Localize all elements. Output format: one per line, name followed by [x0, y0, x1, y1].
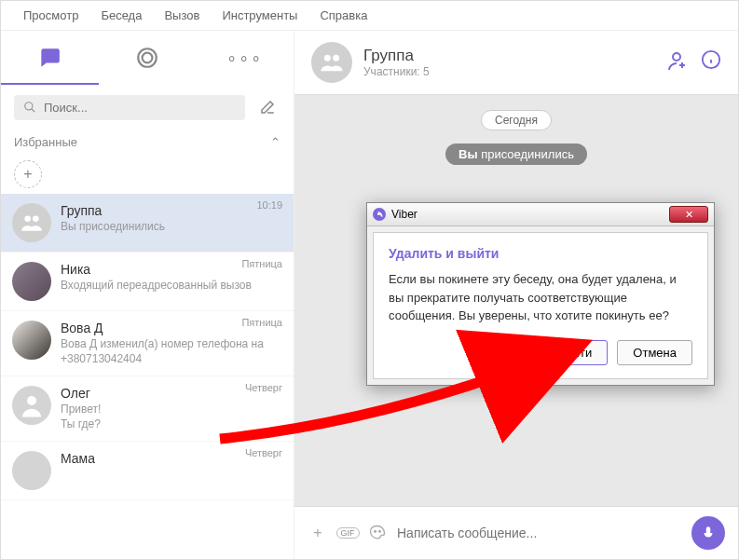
- mic-icon: [700, 525, 717, 541]
- add-participant-button[interactable]: [665, 49, 688, 75]
- svg-point-3: [24, 215, 31, 222]
- search-box[interactable]: [14, 95, 245, 120]
- public-icon: [135, 46, 159, 70]
- conversation-header: Группа Участники: 5: [294, 31, 738, 95]
- tab-public[interactable]: [99, 31, 197, 85]
- tab-chats[interactable]: [1, 31, 99, 85]
- svg-point-5: [27, 396, 36, 405]
- favorites-header[interactable]: Избранные ⌃: [1, 130, 294, 155]
- chat-time: Четверг: [245, 382, 282, 393]
- menu-help[interactable]: Справка: [320, 8, 367, 22]
- svg-point-10: [375, 531, 376, 533]
- sticker-button[interactable]: [367, 523, 388, 543]
- svg-point-7: [333, 55, 339, 61]
- chat-item[interactable]: Вова Д Вова Д изменил(а) номер телефона …: [1, 311, 294, 376]
- avatar: [12, 321, 51, 360]
- chat-item[interactable]: Ника Входящий переадресованный вызов Пят…: [1, 253, 294, 311]
- favorites-label: Избранные: [14, 135, 77, 149]
- svg-point-2: [25, 102, 33, 110]
- avatar: [12, 451, 51, 490]
- chat-time: Пятница: [241, 317, 282, 328]
- dialog-cancel-button[interactable]: Отмена: [617, 340, 692, 365]
- menubar: Просмотр Беседа Вызов Инструменты Справк…: [1, 1, 738, 31]
- chat-item[interactable]: Олег Привет! Ты где? Четверг: [1, 376, 294, 442]
- confirm-dialog: Viber ✕ Удалить и выйти Если вы покинете…: [366, 202, 715, 386]
- dialog-app-name: Viber: [391, 208, 417, 221]
- voice-message-button[interactable]: [691, 516, 725, 550]
- compose-button[interactable]: [254, 94, 281, 120]
- menu-tools[interactable]: Инструменты: [222, 8, 297, 22]
- dialog-text: Если вы покинете эту беседу, она будет у…: [389, 270, 692, 325]
- add-person-icon: [665, 49, 688, 72]
- chat-preview: Привет! Ты где?: [61, 403, 282, 431]
- svg-point-4: [33, 215, 39, 222]
- chat-item-group[interactable]: Группа Вы присоединились 10:19: [1, 194, 294, 253]
- add-favorite-button[interactable]: +: [14, 160, 42, 188]
- close-icon: ✕: [685, 209, 693, 221]
- avatar: [12, 262, 51, 301]
- dialog-close-button[interactable]: ✕: [669, 206, 708, 223]
- chat-bubble-icon: [37, 45, 62, 69]
- more-icon: ∘∘∘: [226, 48, 263, 68]
- message-input[interactable]: [397, 526, 682, 540]
- dialog-titlebar: Viber ✕: [367, 203, 714, 226]
- svg-point-6: [324, 55, 331, 61]
- compose-icon: [259, 99, 276, 116]
- chat-preview: Вова Д изменил(а) номер телефона на +380…: [61, 337, 282, 366]
- attach-button[interactable]: +: [308, 523, 328, 543]
- date-separator: Сегодня: [481, 110, 552, 130]
- info-button[interactable]: [701, 49, 721, 75]
- chat-time: 10:19: [256, 199, 282, 211]
- svg-rect-1: [143, 53, 153, 63]
- svg-point-11: [379, 531, 381, 533]
- chevron-up-icon: ⌃: [270, 135, 281, 149]
- plus-icon: +: [313, 525, 322, 541]
- search-icon: [23, 101, 36, 114]
- search-input[interactable]: [44, 101, 236, 115]
- chat-name: Группа: [61, 203, 282, 218]
- composer: + GIF: [294, 506, 738, 559]
- chat-time: Пятница: [241, 258, 282, 269]
- plus-icon: +: [23, 166, 32, 183]
- conversation-title: Группа: [363, 47, 654, 65]
- sidebar: ∘∘∘ Избранные ⌃ + Груп: [1, 31, 294, 559]
- group-avatar-icon: [311, 42, 352, 83]
- tabbar: ∘∘∘: [1, 31, 294, 85]
- svg-point-8: [673, 53, 680, 61]
- gif-button[interactable]: GIF: [337, 523, 358, 543]
- chat-item[interactable]: Мама Четверг: [1, 442, 294, 500]
- chat-preview: Входящий переадресованный вызов: [61, 279, 282, 294]
- menu-view[interactable]: Просмотр: [23, 8, 78, 22]
- group-avatar-icon: [12, 203, 51, 242]
- chat-list: Группа Вы присоединились 10:19 Ника Вход…: [1, 194, 294, 559]
- chat-preview: Вы присоединились: [61, 220, 282, 235]
- conversation-subtitle: Участники: 5: [363, 65, 654, 78]
- sticker-icon: [368, 524, 387, 542]
- gif-icon: GIF: [336, 527, 360, 539]
- svg-rect-0: [138, 48, 157, 67]
- dialog-heading: Удалить и выйти: [389, 246, 692, 261]
- menu-chat[interactable]: Беседа: [101, 8, 142, 22]
- info-icon: [701, 49, 721, 70]
- chat-time: Четверг: [245, 447, 282, 458]
- dialog-confirm-button[interactable]: Выйти: [541, 340, 609, 365]
- tab-more[interactable]: ∘∘∘: [196, 31, 294, 85]
- system-message: Вы присоединились: [445, 143, 587, 165]
- avatar: [12, 386, 51, 425]
- menu-call[interactable]: Вызов: [164, 8, 199, 22]
- viber-app-icon: [373, 208, 386, 221]
